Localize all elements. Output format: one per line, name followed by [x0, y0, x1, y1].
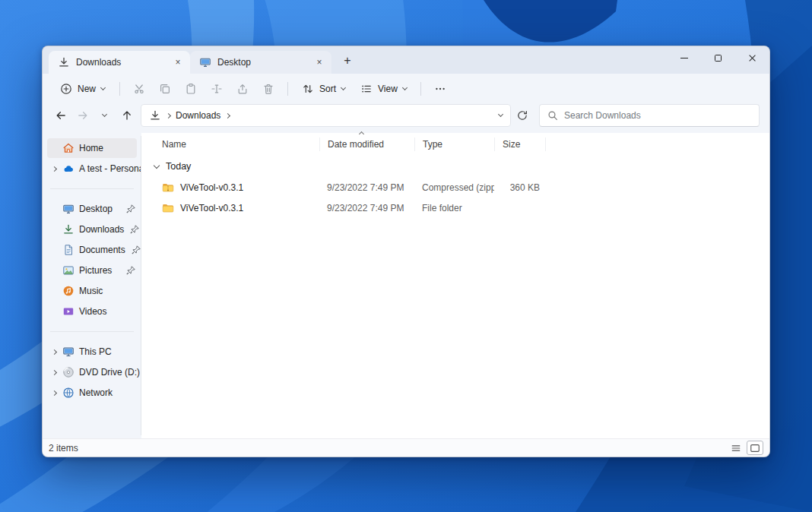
sidebar-item-documents[interactable]: Documents	[47, 240, 137, 260]
details-view-button[interactable]	[728, 441, 744, 455]
column-header-label: Size	[503, 139, 520, 150]
column-header-name[interactable]: Name	[160, 137, 319, 151]
share-button[interactable]	[230, 77, 255, 100]
tab-close-icon[interactable]: ×	[312, 55, 326, 69]
file-type: Compressed (zipp...	[414, 182, 494, 193]
maximize-icon	[715, 55, 722, 62]
chevron-right-icon[interactable]	[50, 391, 58, 395]
sidebar-separator	[50, 188, 134, 189]
tab-desktop[interactable]: Desktop ×	[190, 51, 331, 74]
refresh-button[interactable]	[511, 105, 533, 126]
view-button-label: View	[378, 84, 398, 94]
sidebar-item-dvd-drive[interactable]: DVD Drive (D:) CCC	[47, 362, 137, 382]
details-view-icon	[731, 443, 741, 454]
navigation-pane: Home A test - Personal Desktop	[43, 133, 141, 438]
home-icon	[62, 142, 75, 154]
file-list-pane: Name Date modified Type Size Today	[141, 133, 769, 438]
sort-button[interactable]: Sort	[294, 77, 353, 100]
breadcrumb-segment[interactable]: Downloads	[176, 110, 220, 121]
up-button[interactable]	[116, 105, 138, 126]
address-bar-row: Downloads	[43, 104, 769, 133]
breadcrumb-chevron-icon[interactable]	[225, 112, 230, 118]
toolbar-separator	[119, 82, 120, 96]
new-button[interactable]: New	[52, 77, 113, 100]
pin-icon	[130, 244, 141, 256]
paste-button[interactable]	[178, 77, 204, 100]
cut-button[interactable]	[126, 77, 152, 100]
file-date-modified: 9/23/2022 7:49 PM	[319, 203, 414, 213]
new-button-label: New	[78, 84, 96, 94]
file-name: ViVeTool-v0.3.1	[180, 182, 243, 193]
search-box[interactable]	[539, 104, 760, 127]
sidebar-item-downloads[interactable]: Downloads	[47, 220, 137, 239]
sidebar-item-network[interactable]: Network	[47, 383, 137, 403]
sort-ascending-icon	[359, 131, 364, 137]
close-button[interactable]	[735, 46, 769, 70]
delete-icon	[262, 83, 274, 95]
minimize-button[interactable]	[667, 46, 701, 70]
address-bar[interactable]: Downloads	[141, 104, 511, 127]
column-header-date-modified[interactable]: Date modified	[319, 137, 414, 151]
chevron-right-icon[interactable]	[50, 371, 58, 375]
copy-button[interactable]	[152, 77, 178, 100]
file-row[interactable]: ViVeTool-v0.3.1 9/23/2022 7:49 PM Compre…	[141, 177, 769, 198]
file-date-modified: 9/23/2022 7:49 PM	[319, 182, 414, 193]
column-header-label: Date modified	[328, 139, 384, 150]
file-row[interactable]: ViVeTool-v0.3.1 9/23/2022 7:49 PM File f…	[141, 198, 769, 218]
column-header-label: Name	[162, 139, 186, 150]
sidebar-item-home[interactable]: Home	[47, 138, 137, 158]
collapse-group-icon[interactable]	[154, 162, 160, 168]
file-type: File folder	[414, 203, 494, 213]
delete-button[interactable]	[255, 77, 281, 100]
column-header-size[interactable]: Size	[494, 137, 546, 151]
dvd-drive-icon	[62, 366, 75, 378]
file-list-empty-area[interactable]	[141, 218, 769, 438]
refresh-icon	[516, 109, 528, 122]
share-icon	[236, 83, 249, 95]
documents-icon	[62, 244, 75, 256]
recent-locations-button[interactable]	[94, 105, 116, 126]
sidebar-item-this-pc[interactable]: This PC	[47, 342, 137, 362]
maximize-button[interactable]	[701, 46, 735, 70]
chevron-down-icon	[100, 85, 106, 90]
sidebar-item-label: DVD Drive (D:) CCC	[79, 367, 141, 378]
search-input[interactable]	[564, 110, 752, 121]
chevron-right-icon[interactable]	[50, 167, 58, 171]
sidebar-item-onedrive[interactable]: A test - Personal	[47, 159, 137, 179]
file-name-cell[interactable]: ViVeTool-v0.3.1	[160, 202, 319, 214]
large-thumbnails-view-button[interactable]	[747, 441, 763, 455]
sidebar-item-music[interactable]: Music	[47, 281, 137, 301]
address-dropdown-icon[interactable]	[498, 112, 503, 117]
view-button[interactable]: View	[353, 77, 414, 100]
downloads-icon	[62, 223, 75, 235]
back-button[interactable]	[49, 105, 71, 126]
more-options-button[interactable]	[427, 77, 453, 100]
chevron-right-icon[interactable]	[50, 350, 58, 354]
sidebar-item-desktop[interactable]: Desktop	[47, 199, 137, 219]
onedrive-cloud-icon	[62, 163, 75, 175]
sidebar-item-label: A test - Personal	[79, 163, 141, 174]
status-view-toggles	[728, 441, 763, 455]
videos-icon	[62, 305, 75, 318]
sidebar-item-label: This PC	[79, 346, 135, 357]
forward-arrow-icon	[77, 109, 89, 122]
network-icon	[62, 387, 75, 399]
sidebar-separator	[50, 331, 134, 332]
chevron-down-icon	[341, 85, 346, 90]
tab-downloads[interactable]: Downloads ×	[49, 51, 190, 74]
new-tab-button[interactable]: +	[338, 51, 357, 71]
copy-icon	[159, 83, 171, 95]
sidebar-item-pictures[interactable]: Pictures	[47, 261, 137, 280]
sidebar-item-label: Home	[79, 143, 135, 153]
rename-button[interactable]	[204, 77, 230, 100]
sidebar-item-videos[interactable]: Videos	[47, 302, 137, 321]
file-name-cell[interactable]: ViVeTool-v0.3.1	[160, 182, 319, 194]
group-header-today[interactable]: Today	[141, 156, 769, 177]
sidebar-item-label: Pictures	[79, 265, 120, 276]
sidebar-item-label: Music	[79, 286, 135, 296]
column-header-type[interactable]: Type	[414, 137, 494, 151]
item-count: 2 items	[49, 443, 78, 454]
tab-close-icon[interactable]: ×	[171, 55, 185, 69]
tab-bar: Downloads × Desktop × +	[43, 46, 769, 74]
forward-button[interactable]	[71, 105, 94, 126]
